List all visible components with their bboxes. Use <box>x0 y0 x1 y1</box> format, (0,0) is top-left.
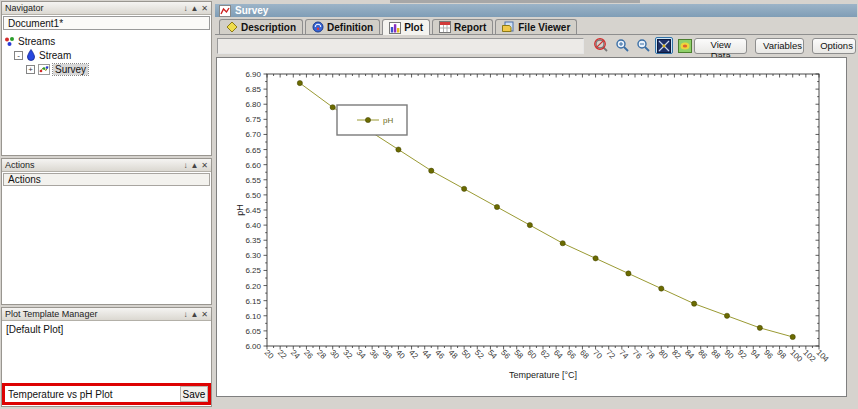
application-window: Navigator ↓ ▲ ✕ Document1* Streams - <box>0 0 858 409</box>
tree-item-stream[interactable]: - Stream <box>4 48 209 62</box>
view-data-button[interactable]: View Data <box>694 38 747 54</box>
save-button[interactable]: Save <box>180 386 208 402</box>
svg-text:90: 90 <box>723 348 736 361</box>
zoom-cancel-icon[interactable] <box>592 37 610 54</box>
plot-panel: 2022242628303234363840424446485052545658… <box>216 57 847 397</box>
svg-text:54: 54 <box>486 348 499 361</box>
svg-text:52: 52 <box>473 348 486 361</box>
template-list-item[interactable]: [Default Plot] <box>6 324 207 335</box>
pin-icon[interactable]: ↓ <box>183 161 187 170</box>
svg-text:34: 34 <box>355 348 368 361</box>
svg-text:82: 82 <box>670 348 683 361</box>
svg-text:6.75: 6.75 <box>245 115 261 124</box>
svg-text:6.60: 6.60 <box>245 161 261 170</box>
collapse-icon[interactable]: ▲ <box>190 310 198 319</box>
template-name-input[interactable] <box>5 386 180 402</box>
tab-file-viewer[interactable]: File Viewer <box>495 19 577 34</box>
svg-text:70: 70 <box>591 348 604 361</box>
svg-text:6.10: 6.10 <box>245 312 261 321</box>
close-icon[interactable]: ✕ <box>201 161 208 170</box>
tab-report[interactable]: Report <box>432 19 493 34</box>
svg-text:6.70: 6.70 <box>245 130 261 139</box>
survey-titlebar: Survey <box>215 4 857 17</box>
navigator-title: Navigator <box>5 3 183 13</box>
svg-text:86: 86 <box>696 348 709 361</box>
svg-text:38: 38 <box>381 348 394 361</box>
actions-body <box>2 187 211 297</box>
survey-title: Survey <box>235 5 268 16</box>
svg-text:48: 48 <box>447 348 460 361</box>
svg-text:88: 88 <box>709 348 722 361</box>
svg-text:66: 66 <box>565 348 578 361</box>
svg-text:92: 92 <box>736 348 749 361</box>
plot-button-group: View Data Variables Options <box>694 38 856 54</box>
plot-template-manager-panel: Plot Template Manager ↓ ▲ ✕ [Default Plo… <box>1 307 212 407</box>
pin-icon[interactable]: ↓ <box>183 310 187 319</box>
tab-plot[interactable]: Plot <box>382 19 430 35</box>
svg-text:72: 72 <box>604 348 617 361</box>
variables-button[interactable]: Variables <box>755 38 804 54</box>
plot-icon <box>389 22 401 34</box>
close-icon[interactable]: ✕ <box>201 310 208 319</box>
svg-text:32: 32 <box>341 348 354 361</box>
pin-icon[interactable]: ↓ <box>183 4 187 13</box>
svg-text:6.85: 6.85 <box>245 85 261 94</box>
file-viewer-icon <box>502 21 515 33</box>
navigator-titlebar: Navigator ↓ ▲ ✕ <box>2 2 211 15</box>
plot-view-icon[interactable] <box>655 37 673 54</box>
plot-title-field[interactable] <box>217 38 584 54</box>
svg-text:80: 80 <box>657 348 670 361</box>
tree-item-survey[interactable]: + Survey <box>4 62 209 76</box>
navigator-panel: Navigator ↓ ▲ ✕ Document1* Streams - <box>1 1 212 156</box>
tab-label: Definition <box>327 22 373 33</box>
svg-text:64: 64 <box>552 348 565 361</box>
survey-window-icon <box>219 5 231 17</box>
report-icon <box>439 21 451 33</box>
collapse-icon[interactable]: ▲ <box>190 4 198 13</box>
zoom-in-icon[interactable] <box>613 37 631 54</box>
svg-text:96: 96 <box>762 348 775 361</box>
tab-definition[interactable]: Definition <box>305 19 380 34</box>
collapse-icon[interactable]: ▲ <box>190 161 198 170</box>
svg-text:28: 28 <box>315 348 328 361</box>
svg-text:6.25: 6.25 <box>245 266 261 275</box>
svg-text:74: 74 <box>617 348 630 361</box>
template-save-row-highlight: Save <box>2 383 211 405</box>
collapse-expander-icon[interactable]: - <box>14 51 23 60</box>
svg-text:78: 78 <box>644 348 657 361</box>
svg-text:6.90: 6.90 <box>245 70 261 79</box>
svg-text:6.50: 6.50 <box>245 191 261 200</box>
svg-text:6.20: 6.20 <box>245 282 261 291</box>
svg-text:58: 58 <box>512 348 525 361</box>
tab-label: File Viewer <box>518 22 570 33</box>
svg-text:22: 22 <box>276 348 289 361</box>
svg-text:44: 44 <box>420 348 433 361</box>
svg-text:42: 42 <box>407 348 420 361</box>
window-top-edge <box>390 0 640 3</box>
svg-text:50: 50 <box>460 348 473 361</box>
svg-text:26: 26 <box>302 348 315 361</box>
svg-text:pH: pH <box>383 116 393 125</box>
plot-template-manager-title: Plot Template Manager <box>5 309 183 319</box>
svg-text:6.45: 6.45 <box>245 206 261 215</box>
expand-expander-icon[interactable]: + <box>26 65 35 74</box>
zoom-out-icon[interactable] <box>634 37 652 54</box>
navigator-tree: Streams - Stream + <box>2 31 211 79</box>
svg-text:6.30: 6.30 <box>245 251 261 260</box>
tab-description[interactable]: Description <box>219 19 303 34</box>
ph-vs-temperature-chart[interactable]: 2022242628303234363840424446485052545658… <box>217 58 846 396</box>
svg-text:20: 20 <box>263 348 276 361</box>
tree-item-streams[interactable]: Streams <box>4 34 209 48</box>
streams-icon <box>4 36 15 47</box>
plot-toolbar: View Data Variables Options <box>217 37 856 54</box>
tree-label: Survey <box>53 64 88 75</box>
svg-text:60: 60 <box>525 348 538 361</box>
contour-view-icon[interactable] <box>676 37 694 54</box>
svg-text:6.40: 6.40 <box>245 221 261 230</box>
svg-text:Temperature [°C]: Temperature [°C] <box>509 370 577 380</box>
stream-icon <box>26 49 36 61</box>
svg-text:36: 36 <box>368 348 381 361</box>
close-icon[interactable]: ✕ <box>201 4 208 13</box>
options-button[interactable]: Options <box>812 38 856 54</box>
document-tab[interactable]: Document1* <box>3 16 210 30</box>
